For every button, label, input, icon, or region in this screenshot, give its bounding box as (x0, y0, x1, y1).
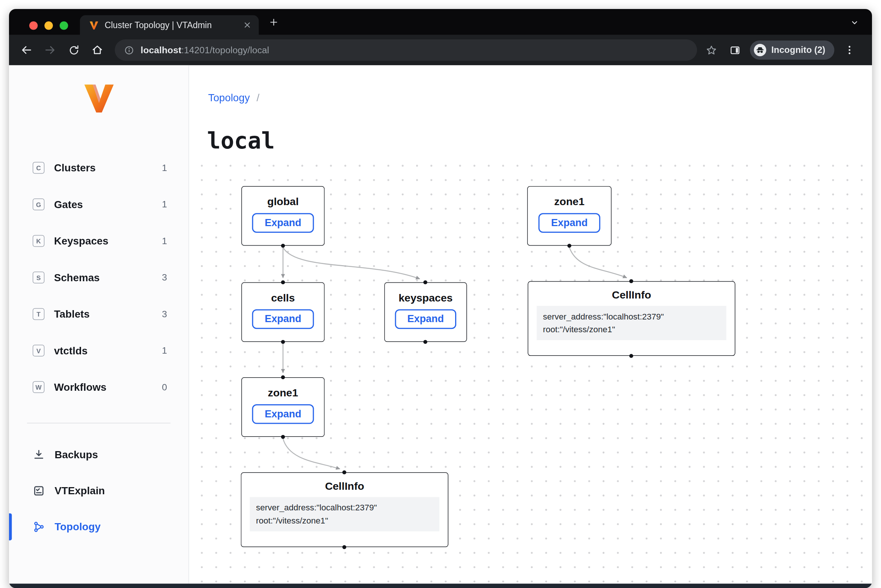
sidebar-divider (27, 423, 170, 423)
node-title: zone1 (528, 196, 611, 208)
sidebar-item-count: 1 (162, 236, 167, 246)
topology-icon (33, 520, 45, 533)
port-cellinfo-right-top (629, 279, 633, 283)
url-text: localhost:14201/topology/local (141, 45, 269, 55)
browser-menu-icon[interactable] (838, 44, 861, 56)
sidebar-item-label: Gates (54, 198, 162, 211)
sidebar-item-keyspaces[interactable]: K Keyspaces 1 (9, 223, 188, 259)
window-zoom-button[interactable] (60, 21, 68, 29)
incognito-badge[interactable]: Incognito (2) (750, 40, 834, 60)
node-cells: cells Expand (241, 282, 325, 342)
sidebar-nav-primary: C Clusters 1 G Gates 1 K Keyspaces 1 (9, 150, 188, 405)
sidebar-item-count: 1 (162, 162, 167, 173)
sidebar-item-label: vtctlds (54, 344, 162, 357)
address-bar[interactable]: localhost:14201/topology/local (115, 39, 697, 61)
browser-tab[interactable]: Cluster Topology | VTAdmin (80, 15, 259, 34)
vitess-logo-icon[interactable] (81, 80, 116, 115)
sidebar-item-vtexplain[interactable]: VTExplain (9, 473, 188, 509)
port-cells-bottom (281, 340, 285, 344)
sidebar-nav-secondary: Backups VTExplain Topology (9, 437, 188, 545)
schemas-letter-icon: S (33, 272, 44, 283)
incognito-label: Incognito (2) (771, 45, 825, 55)
sidebar-item-label: Schemas (54, 271, 162, 284)
sidebar-item-label: Backups (54, 449, 167, 461)
tab-strip: Cluster Topology | VTAdmin (9, 9, 872, 35)
browser-toolbar: localhost:14201/topology/local (9, 35, 872, 65)
expand-button-global[interactable]: Expand (252, 213, 313, 232)
tab-title: Cluster Topology | VTAdmin (105, 20, 242, 30)
node-cellinfo-right: CellInfo server_address:"localhost:2379"… (528, 281, 735, 356)
node-title: zone1 (242, 387, 324, 399)
breadcrumb-topology-link[interactable]: Topology (208, 92, 250, 103)
reload-icon[interactable] (62, 44, 86, 56)
sidebar-item-count: 3 (162, 309, 167, 319)
sidebar-item-schemas[interactable]: S Schemas 3 (9, 259, 188, 296)
port-zone1-mid-top (281, 375, 285, 379)
window-bottom-edge (9, 584, 872, 588)
keyspaces-letter-icon: K (33, 235, 44, 247)
main-panel: Topology/ local (189, 65, 872, 584)
breadcrumb: Topology/ (208, 92, 260, 104)
sidebar-item-workflows[interactable]: W Workflows 0 (9, 369, 188, 405)
sidebar-item-count: 0 (162, 382, 167, 392)
back-icon[interactable] (15, 44, 38, 56)
sidebar-item-label: Keyspaces (54, 235, 162, 247)
node-zone1-top: zone1 Expand (527, 186, 612, 246)
home-icon[interactable] (86, 44, 109, 56)
expand-button-cells[interactable]: Expand (252, 309, 313, 329)
browser-window: Cluster Topology | VTAdmin (9, 9, 872, 588)
sidebar-item-topology[interactable]: Topology (9, 509, 188, 545)
topology-canvas[interactable]: global Expand zone1 Expand cells Expand … (189, 155, 872, 584)
node-cellinfo-bottom: CellInfo server_address:"localhost:2379"… (241, 472, 448, 547)
window-close-button[interactable] (29, 21, 38, 29)
sidebar-item-label: Topology (54, 520, 167, 533)
gates-letter-icon: G (33, 198, 44, 210)
sidebar-item-count: 1 (162, 199, 167, 210)
port-keyspaces-bottom (423, 340, 427, 344)
vtctlds-letter-icon: V (33, 345, 44, 356)
backups-icon (33, 449, 45, 461)
sidebar: C Clusters 1 G Gates 1 K Keyspaces 1 (9, 65, 189, 584)
screen: Cluster Topology | VTAdmin (0, 0, 881, 588)
node-title: keyspaces (385, 292, 466, 304)
cellinfo-code: server_address:"localhost:2379" root:"/v… (250, 497, 439, 531)
node-keyspaces: keyspaces Expand (384, 282, 467, 342)
workflows-letter-icon: W (33, 381, 44, 393)
clusters-letter-icon: C (33, 162, 44, 174)
expand-button-zone1-mid[interactable]: Expand (252, 404, 313, 424)
new-tab-button[interactable] (269, 17, 278, 27)
sidebar-item-tablets[interactable]: T Tablets 3 (9, 296, 188, 332)
tab-search-chevron-icon[interactable] (849, 17, 860, 27)
port-keyspaces-top (423, 280, 427, 284)
sidebar-item-label: Clusters (54, 162, 162, 174)
port-zone1-top-bottom (567, 244, 571, 248)
window-minimize-button[interactable] (44, 21, 53, 29)
incognito-icon (753, 43, 767, 57)
sidebar-item-clusters[interactable]: C Clusters 1 (9, 150, 188, 186)
sidebar-item-count: 1 (162, 345, 167, 356)
cellinfo-code: server_address:"localhost:2379" root:"/v… (537, 306, 726, 340)
expand-button-zone1-top[interactable]: Expand (539, 213, 600, 232)
sidebar-item-label: VTExplain (54, 484, 167, 497)
site-info-icon[interactable] (124, 45, 134, 55)
side-panel-icon[interactable] (723, 44, 747, 56)
sidebar-item-gates[interactable]: G Gates 1 (9, 186, 188, 222)
node-title: global (242, 196, 324, 208)
sidebar-item-count: 3 (162, 272, 167, 283)
breadcrumb-separator: / (257, 92, 260, 103)
node-title: CellInfo (241, 480, 448, 492)
sidebar-item-vtctlds[interactable]: V vtctlds 1 (9, 332, 188, 369)
port-zone1-mid-bottom (281, 435, 285, 439)
close-tab-icon[interactable] (242, 20, 252, 30)
bookmark-star-icon[interactable] (699, 44, 723, 56)
sidebar-item-label: Workflows (54, 381, 162, 393)
page-content: C Clusters 1 G Gates 1 K Keyspaces 1 (9, 65, 872, 584)
node-title: cells (242, 292, 324, 304)
expand-button-keyspaces[interactable]: Expand (395, 309, 456, 329)
vtexplain-icon (33, 484, 45, 497)
forward-icon[interactable] (38, 44, 62, 56)
sidebar-item-label: Tablets (54, 308, 162, 320)
node-zone1-mid: zone1 Expand (241, 377, 325, 437)
node-global: global Expand (241, 186, 325, 246)
sidebar-item-backups[interactable]: Backups (9, 437, 188, 473)
